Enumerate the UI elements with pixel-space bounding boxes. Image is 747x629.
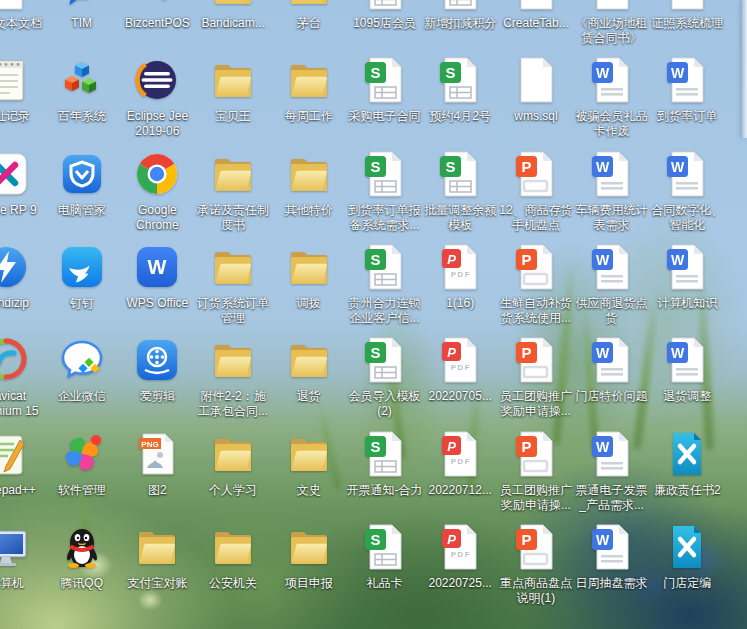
pdf-icon: PPDF [436,523,484,571]
desktop-icon[interactable]: 爱剪辑 [119,336,195,428]
desktop-icon[interactable]: Eclipse Jee 2019-06 [119,56,195,148]
wps-word-icon: W [588,56,636,104]
desktop-icon[interactable]: S1095店会员 [347,0,423,55]
desktop-icon[interactable]: 项目申报 [271,523,347,615]
desktop-icon[interactable]: 退货 [271,336,347,428]
desktop-icon[interactable]: 百年系统 [44,56,120,148]
desktop-icon[interactable]: P12、商品存货手机盘点 [498,150,574,242]
wps-office-icon: W [133,243,181,291]
svg-text:P: P [521,438,531,455]
desktop-icon[interactable]: Bandicam... [195,0,271,55]
desktop-icon-label: 新建文本文档 [0,16,44,31]
desktop-icon[interactable]: P生鲜自动补货货系统使用... [498,243,574,335]
desktop-icon[interactable]: 腾讯QQ [44,523,120,615]
desktop-icon[interactable]: S开票通知-合力 [347,430,423,522]
desktop-icon[interactable]: W被骗会员礼品卡作废 [574,56,650,148]
desktop-icon[interactable]: Google Chrome [119,150,195,242]
desktop-icon[interactable]: W日周抽盘需求 [574,523,650,615]
desktop-icon[interactable]: W退货调整 [649,336,725,428]
desktop-icon[interactable]: S批量调整余额模板 [422,150,498,242]
desktop-icon[interactable]: PPDF20220725... [422,523,498,615]
desktop-icon[interactable]: 调拨 [271,243,347,335]
svg-text:W: W [148,256,167,278]
desktop-icon[interactable]: W票通电子发票_产品需求... [574,430,650,522]
desktop-icon[interactable]: Notepad++ [0,430,44,522]
desktop-icon[interactable]: S会员导入模板(2) [347,336,423,428]
desktop-icon[interactable]: PPDF1(16) [422,243,498,335]
folder-icon [209,243,257,291]
desktop-icon[interactable]: 《商业场地租赁合同书》 [574,0,650,55]
desktop-icon[interactable]: WWPS Office [119,243,195,335]
desktop-icon[interactable]: wms.sql [498,56,574,148]
doc-lines-icon [0,0,30,11]
desktop-icon[interactable]: 文史 [271,430,347,522]
wps-word-icon: W [663,243,711,291]
desktop-icon[interactable]: S新增扣减积分 [422,0,498,55]
desktop-icon[interactable]: 公安机关 [195,523,271,615]
tim-icon [58,0,106,11]
desktop-icon[interactable]: PPDF20220712... [422,430,498,522]
desktop-icon[interactable]: 附件2-2：施工承包合同... [195,336,271,428]
desktop-icon[interactable]: 每周工作 [271,56,347,148]
doc-blank-icon [512,0,560,11]
desktop-icon[interactable]: 新建文本文档 [0,0,44,55]
desktop-icon[interactable]: W到货率订单 [649,56,725,148]
aijianji-icon [133,336,181,384]
desktop-icon[interactable]: S礼品卡 [347,523,423,615]
svg-text:W: W [595,439,609,455]
desktop-icon[interactable]: 证照系统梳理 [649,0,725,55]
desktop-icon-label: 20220712... [422,483,498,498]
folder-icon [209,0,257,11]
desktop-icon[interactable]: Navicat Premium 15 [0,336,44,428]
doc-lines-icon [663,0,711,11]
desktop-icon[interactable]: S到货率订单报备系统需求... [347,150,423,242]
desktop-icon[interactable]: CreateTab... [498,0,574,55]
desktop-icon-label: 日周抽盘需求 [574,576,650,591]
desktop-icon[interactable]: 其他特价 [271,150,347,242]
desktop-icon[interactable]: 承诺及责任制度书 [195,150,271,242]
desktop-icon[interactable]: 网址记录 [0,56,44,148]
desktop-icon[interactable]: 门店定编 [649,523,725,615]
desktop-icon[interactable]: S贵州合力连锁企业客户信... [347,243,423,335]
desktop-icon[interactable]: S预约4月2号 [422,56,498,148]
desktop-icon-label: 1095店会员 [347,16,423,31]
desktop-icon[interactable]: PNG图2 [119,430,195,522]
desktop-icon[interactable]: S采购电子合同 [347,56,423,148]
desktop-wallpaper[interactable]: 新建文本文档TIMBizcentPOSBandicam...茅台S1095店会员… [0,0,747,629]
desktop-icon[interactable]: W车辆费用统计表需求 [574,150,650,242]
desktop-icon[interactable]: 电脑管家 [44,150,120,242]
desktop-icon[interactable]: 廉政责任书2 [649,430,725,522]
desktop-icon[interactable]: 计算机 [0,523,44,615]
dingtalk-icon [58,243,106,291]
desktop-icon[interactable]: P重点商品盘点说明(1) [498,523,574,615]
desktop-icon[interactable]: 茅台 [271,0,347,55]
desktop-icon[interactable]: 钉钉 [44,243,120,335]
desktop-icon[interactable]: 个人学习 [195,430,271,522]
desktop-icon[interactable]: BizcentPOS [119,0,195,55]
desktop-icon-label: 计算机 [0,576,44,591]
desktop-icon[interactable]: P员工团购推广奖励申请操... [498,430,574,522]
desktop-icon[interactable]: 支付宝对账 [119,523,195,615]
desktop-icon-label: 证照系统梳理 [649,16,725,31]
desktop-icon[interactable]: W供应商退货点货 [574,243,650,335]
desktop-icon[interactable]: TIM [44,0,120,55]
desktop-icon-label: 采购电子合同 [347,109,423,124]
desktop-icon-label: 企业微信 [44,389,120,404]
desktop-icon[interactable]: 企业微信 [44,336,120,428]
folder-icon [285,150,333,198]
desktop-icon[interactable]: 订货系统订单管理 [195,243,271,335]
desktop-icon-label: 每周工作 [271,109,347,124]
svg-text:P: P [447,531,456,546]
desktop-icon[interactable]: W合同数字化、智能化 [649,150,725,242]
desktop-icon[interactable]: PPDF20220705... [422,336,498,428]
desktop-icon[interactable]: Axure RP 9 [0,150,44,242]
desktop-icon[interactable]: 软件管理 [44,430,120,522]
svg-text:W: W [595,159,609,175]
desktop-icon-label: Google Chrome [119,203,195,233]
desktop-icon[interactable]: W计算机知识 [649,243,725,335]
desktop-icon[interactable]: P员工团购推广奖励申请操... [498,336,574,428]
desktop-icon[interactable]: W门店特价问题 [574,336,650,428]
wps-sheet-icon: S [436,56,484,104]
desktop-icon[interactable]: 宝贝王 [195,56,271,148]
desktop-icon[interactable]: Bandizip [0,243,44,335]
